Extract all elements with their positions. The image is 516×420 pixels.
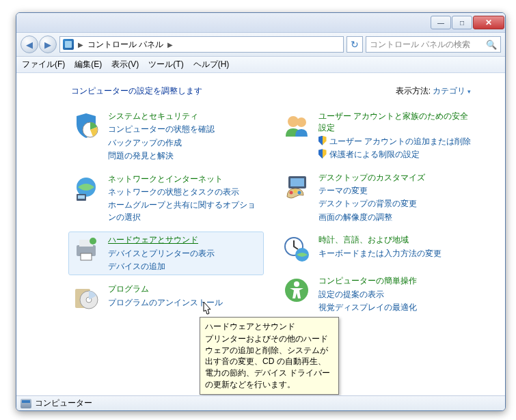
- cat-title[interactable]: ハードウェアとサウンド: [108, 234, 215, 246]
- svg-point-7: [90, 238, 96, 244]
- address-box[interactable]: ▶ コントロール パネル ▶: [59, 36, 344, 53]
- categories: システムとセキュリティ コンピューターの状態を確認 バックアップの作成 問題の発…: [16, 104, 505, 313]
- svg-rect-6: [81, 253, 92, 260]
- content-area: コンピューターの設定を調整します 表示方法: カテゴリ システムとセキュリティ …: [16, 73, 505, 395]
- content-header: コンピューターの設定を調整します 表示方法: カテゴリ: [16, 73, 505, 104]
- computer-icon: [21, 399, 31, 408]
- cat-link[interactable]: コンピューターの状態を確認: [108, 124, 215, 135]
- cat-title[interactable]: ユーザー アカウントと家族のための安全設定: [318, 111, 472, 135]
- cat-link[interactable]: ホームグループと共有に関するオプションの選択: [108, 199, 261, 223]
- right-column: ユーザー アカウントと家族のための安全設定 ユーザー アカウントの追加または削除…: [282, 111, 472, 313]
- titlebar: — □ ✕: [16, 13, 505, 33]
- cat-link[interactable]: ユーザー アカウントの追加または削除: [318, 136, 472, 148]
- cat-link[interactable]: キーボードまたは入力方法の変更: [318, 248, 442, 260]
- tooltip: ハードウェアとサウンド プリンターおよびその他のハードウェアの追加と削除、システ…: [200, 317, 339, 395]
- cat-user-accounts: ユーザー アカウントと家族のための安全設定 ユーザー アカウントの追加または削除…: [282, 111, 472, 161]
- accessibility-icon: [282, 275, 312, 305]
- cat-programs: プログラム プログラムのアンインストール: [71, 283, 261, 313]
- svg-rect-3: [78, 195, 85, 199]
- minimize-button[interactable]: —: [431, 16, 451, 29]
- cat-title[interactable]: ネットワークとインターネット: [108, 173, 261, 185]
- breadcrumb-sep: ▶: [78, 41, 83, 48]
- svg-point-21: [294, 281, 299, 287]
- view-dropdown[interactable]: カテゴリ: [433, 86, 471, 96]
- disc-box-icon: [71, 283, 101, 313]
- address-bar: ◀ ▶ ▶ コントロール パネル ▶ ↻ コントロール パネルの検索 🔍: [16, 33, 505, 57]
- globe-network-icon: [71, 173, 101, 204]
- shield-chart-icon: [71, 111, 101, 141]
- menu-help[interactable]: ヘルプ(H): [193, 59, 230, 70]
- cat-link[interactable]: 保護者による制限の設定: [318, 149, 472, 160]
- cat-title[interactable]: コンピューターの簡単操作: [318, 275, 417, 287]
- palette-monitor-icon: [282, 172, 312, 202]
- cat-link[interactable]: デスクトップの背景の変更: [318, 198, 425, 210]
- maximize-button[interactable]: □: [452, 16, 472, 29]
- refresh-button[interactable]: ↻: [347, 36, 363, 53]
- cat-clock-language: 時計、言語、および地域 キーボードまたは入力方法の変更: [282, 234, 472, 264]
- cat-link[interactable]: テーマの変更: [318, 185, 425, 197]
- menu-tools[interactable]: ツール(T): [148, 59, 183, 70]
- nav-buttons: ◀ ▶: [21, 36, 57, 53]
- menu-bar: ファイル(F) 編集(E) 表示(V) ツール(T) ヘルプ(H): [16, 57, 505, 73]
- cat-link[interactable]: ネットワークの状態とタスクの表示: [108, 186, 261, 198]
- cat-title[interactable]: 時計、言語、および地域: [318, 234, 442, 246]
- status-text: コンピューター: [35, 397, 92, 409]
- cat-system-security: システムとセキュリティ コンピューターの状態を確認 バックアップの作成 問題の発…: [71, 111, 261, 163]
- tooltip-body: プリンターおよびその他のハードウェアの追加と削除、システムが出す音の変更、CD …: [205, 333, 334, 391]
- svg-point-12: [297, 117, 306, 127]
- cat-title[interactable]: システムとセキュリティ: [108, 111, 215, 122]
- view-mode: 表示方法: カテゴリ: [396, 85, 471, 97]
- svg-point-17: [297, 191, 301, 194]
- clock-globe-icon: [282, 234, 312, 264]
- cat-ease-of-access: コンピューターの簡単操作 設定の提案の表示 視覚ディスプレイの最適化: [282, 275, 472, 313]
- forward-button[interactable]: ▶: [39, 36, 57, 53]
- svg-rect-14: [290, 178, 304, 186]
- users-icon: [282, 111, 312, 141]
- cat-title[interactable]: デスクトップのカスタマイズ: [318, 172, 425, 184]
- cat-appearance: デスクトップのカスタマイズ テーマの変更 デスクトップの背景の変更 画面の解像度…: [282, 172, 472, 224]
- status-bar: コンピューター: [16, 395, 505, 410]
- breadcrumb-root[interactable]: コントロール パネル: [87, 39, 163, 51]
- cat-link[interactable]: デバイスの追加: [108, 261, 215, 272]
- svg-point-15: [289, 191, 293, 194]
- tooltip-title: ハードウェアとサウンド: [205, 321, 334, 333]
- menu-view[interactable]: 表示(V): [111, 59, 139, 70]
- back-button[interactable]: ◀: [21, 36, 38, 53]
- cat-network-internet: ネットワークとインターネット ネットワークの状態とタスクの表示 ホームグループと…: [71, 173, 261, 224]
- svg-point-16: [293, 189, 297, 193]
- left-column: システムとセキュリティ コンピューターの状態を確認 バックアップの作成 問題の発…: [71, 111, 261, 313]
- cat-link[interactable]: デバイスとプリンターの表示: [108, 248, 215, 260]
- search-input[interactable]: コントロール パネルの検索 🔍: [366, 36, 501, 53]
- cat-link[interactable]: プログラムのアンインストール: [108, 297, 223, 309]
- view-label: 表示方法:: [396, 86, 431, 96]
- page-title: コンピューターの設定を調整します: [71, 85, 202, 97]
- cat-link[interactable]: 視覚ディスプレイの最適化: [318, 302, 417, 313]
- cat-link[interactable]: 問題の発見と解決: [108, 150, 215, 162]
- menu-edit[interactable]: 編集(E): [74, 59, 102, 70]
- cat-title[interactable]: プログラム: [108, 283, 223, 295]
- cat-link[interactable]: バックアップの作成: [108, 137, 215, 149]
- window: — □ ✕ ◀ ▶ ▶ コントロール パネル ▶ ↻ コントロール パネルの検索…: [16, 12, 506, 411]
- printer-icon: [71, 234, 101, 264]
- search-placeholder: コントロール パネルの検索: [370, 39, 470, 51]
- close-button[interactable]: ✕: [473, 16, 504, 29]
- menu-file[interactable]: ファイル(F): [22, 59, 65, 70]
- cat-link[interactable]: 画面の解像度の調整: [318, 212, 425, 223]
- search-icon: 🔍: [486, 40, 497, 50]
- cat-link[interactable]: 設定の提案の表示: [318, 289, 417, 300]
- cat-hardware-sound: ハードウェアとサウンド デバイスとプリンターの表示 デバイスの追加: [69, 232, 263, 275]
- breadcrumb-sep: ▶: [167, 41, 173, 48]
- control-panel-icon: [63, 39, 74, 50]
